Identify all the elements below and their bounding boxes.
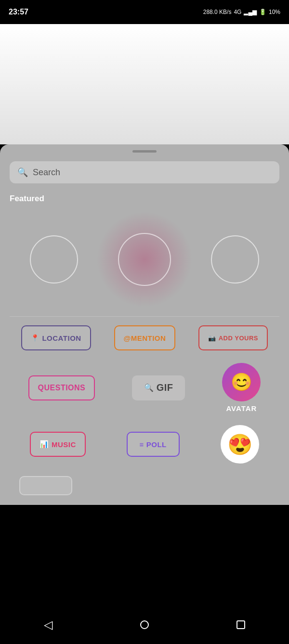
sticker-mention[interactable]: @MENTION [114,325,176,350]
background-area [0,24,289,144]
sticker-addyours[interactable]: 📷 ADD YOURS [198,325,268,350]
addyours-label: ADD YOURS [219,335,258,342]
search-icon: 🔍 [17,167,28,178]
search-bar[interactable]: 🔍 Search [10,161,279,183]
recents-square-icon [236,620,245,629]
gif-search-icon: 🔍 [144,383,154,392]
sticker-music[interactable]: 📊 MUSIC [30,432,85,457]
signal-icon: 4G [234,9,241,15]
status-time: 23:57 [9,8,28,16]
questions-label: QUESTIONS [38,384,86,392]
featured-circle-right[interactable] [211,235,259,283]
location-label: LOCATION [42,334,81,342]
addyours-icon: 📷 [208,335,216,342]
featured-section: Featured [10,194,279,308]
nav-recents-button[interactable] [226,610,255,639]
featured-circle-left[interactable] [30,235,78,283]
featured-circle-middle[interactable] [118,233,171,286]
featured-row [10,211,279,308]
network-speed: 288.0 KB/s [203,9,232,15]
emoji-char: 😍 [227,433,252,456]
poll-icon: ≡ [140,440,144,449]
sticker-avatar[interactable]: 😊 AVATAR [222,363,261,412]
sticker-gif[interactable]: 🔍 GIF [132,375,185,400]
featured-title: Featured [10,194,279,204]
sticker-row-partial [10,476,279,495]
nav-bar: ◁ [0,605,289,644]
nav-back-button[interactable]: ◁ [34,610,63,639]
search-label: Search [33,167,60,178]
battery-level: 10% [269,9,280,15]
avatar-circle: 😊 [222,363,261,401]
sticker-questions[interactable]: QUESTIONS [28,375,95,400]
status-bar: 23:57 288.0 KB/s 4G ▂▄▆ 🔋 10% [0,0,289,24]
sticker-row-2: QUESTIONS 🔍 GIF 😊 AVATAR [10,363,279,412]
status-icons: 288.0 KB/s 4G ▂▄▆ 🔋 10% [203,9,280,15]
bottom-sheet: 🔍 Search Featured 📍 LOCATION @MENTION 📷 … [0,144,289,505]
sticker-poll[interactable]: ≡ POLL [127,432,180,457]
divider-1 [10,316,279,317]
music-icon: 📊 [39,440,49,449]
avatar-emoji: 😊 [231,372,252,392]
drag-handle[interactable] [132,150,157,153]
poll-label: POLL [146,440,167,449]
location-icon: 📍 [31,334,39,342]
back-icon: ◁ [44,618,53,631]
music-label: MUSIC [52,440,76,449]
mention-label: @MENTION [124,334,166,342]
avatar-label: AVATAR [226,404,257,412]
home-circle-icon [140,620,149,629]
sticker-location[interactable]: 📍 LOCATION [21,325,91,350]
sticker-emoji[interactable]: 😍 [221,425,259,464]
nav-home-button[interactable] [130,610,159,639]
sticker-row-1: 📍 LOCATION @MENTION 📷 ADD YOURS [10,325,279,350]
battery-icon: 🔋 [259,9,266,15]
sticker-partial-item [19,476,72,495]
sticker-row-3: 📊 MUSIC ≡ POLL 😍 [10,425,279,464]
signal-bars: ▂▄▆ [244,9,257,15]
gif-label: GIF [157,382,173,393]
